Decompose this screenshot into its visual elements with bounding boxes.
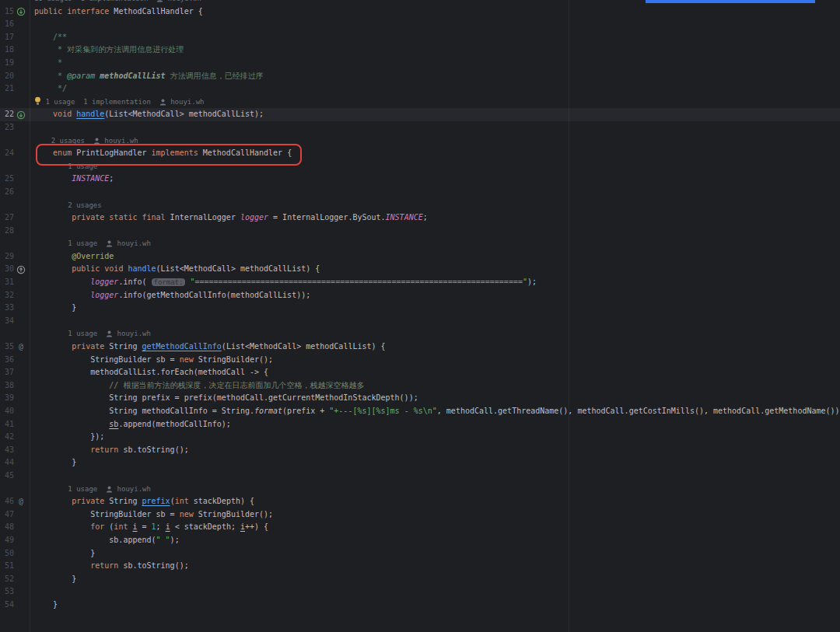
line-number[interactable]: 21 [0,82,14,96]
line-number[interactable]: 22 [0,108,14,121]
code-line[interactable]: logger.info( format: "==================… [30,276,840,289]
code-line[interactable]: * 对采集到的方法调用信息进行处理 [30,44,840,57]
code-line[interactable]: } [30,547,840,560]
code-line[interactable]: /** [30,31,840,44]
intention-bulb-icon[interactable] [34,96,41,106]
code-line[interactable]: String prefix = prefix(methodCall.getCur… [30,392,840,405]
author-icon[interactable] [106,240,113,247]
hint-content[interactable]: 1 usage houyi.wh [30,237,840,250]
hint-content[interactable]: 1 usage 1 implementation houyi.wh [30,96,840,109]
code-line[interactable]: private String getMethodCallInfo(List<Me… [30,340,840,354]
code-line[interactable]: * [30,57,840,70]
code-line[interactable]: for (int i = 1; i < stackDepth; i++) { [30,521,840,534]
hint-content[interactable]: 1 usage houyi.wh [30,483,840,496]
code-line[interactable]: private static final InternalLogger logg… [30,211,840,225]
line-number[interactable]: 40 [0,405,14,418]
usages-hint[interactable]: houyi.wh [166,98,205,106]
code-line[interactable]: } [30,456,840,470]
line-number[interactable]: 23 [0,121,14,134]
hint-content[interactable]: 2 usages [30,199,840,212]
code-line[interactable]: StringBuilder sb = new StringBuilder(); [30,508,840,522]
hint-content[interactable]: 1 usage houyi.wh [30,327,840,340]
author-icon[interactable] [93,138,100,145]
code-line[interactable]: logger.info(getMethodCallInfo(methodCall… [30,289,840,302]
author-icon[interactable] [159,99,166,106]
code-line[interactable]: return sb.toString(); [30,444,840,457]
usages-hint[interactable]: 1 usage [68,162,97,170]
code-line[interactable]: sb.append(methodCallInfo); [30,418,840,431]
usages-hint[interactable]: houyi.wh [113,330,151,337]
line-number[interactable]: 51 [0,560,14,573]
code-line[interactable]: public void handle(List<MethodCall> meth… [30,263,840,276]
code-line[interactable]: */ [30,82,840,96]
annotation-marker-icon[interactable]: @ [14,495,28,508]
override-marker-icon[interactable] [14,263,28,276]
author-icon[interactable] [106,486,113,493]
usages-hint[interactable]: 2 usages [68,201,101,209]
line-number[interactable]: 29 [0,250,14,264]
implementation-marker-icon[interactable] [14,108,28,121]
code-line[interactable]: private String prefix(int stackDepth) { [30,495,840,508]
hint-content[interactable]: 2 usages houyi.wh [30,134,840,148]
usages-hint[interactable]: 1 usage 1 implementation [41,98,159,106]
usages-hint[interactable]: 1 usage [68,485,106,493]
line-number[interactable]: 50 [0,547,14,560]
line-number[interactable]: 37 [0,366,14,379]
usages-hint[interactable]: 1 usage [68,330,106,337]
code-line[interactable]: String methodCallInfo = String.format(pr… [30,405,840,418]
line-number[interactable]: 35 [0,340,14,354]
line-number[interactable]: 52 [0,573,14,586]
code-line[interactable]: void handle(List<MethodCall> methodCallL… [30,108,840,121]
hint-content[interactable]: 1 usage [30,160,840,173]
author-icon[interactable] [106,330,113,337]
implementation-marker-icon[interactable] [14,5,28,19]
line-number[interactable]: 46 [0,495,14,508]
line-number[interactable]: 39 [0,392,14,405]
line-number[interactable]: 18 [0,44,14,57]
line-number[interactable]: 20 [0,70,14,83]
code-line[interactable]: StringBuilder sb = new StringBuilder(); [30,354,840,367]
line-number[interactable]: 44 [0,456,14,470]
code-line[interactable]: @Override [30,250,840,264]
usages-hint[interactable]: 1 usage [68,239,106,247]
usages-hint[interactable]: houyi.wh [113,485,151,493]
usages-hint[interactable]: houyi.wh [163,0,201,2]
code-line[interactable]: methodCallList.forEach(methodCall -> { [30,366,840,379]
code-line[interactable]: sb.append(" "); [30,534,840,547]
line-number[interactable]: 34 [0,315,14,328]
code-line[interactable]: // 根据当前方法的栈深度，决定在日志前面加几个空格，栈越深空格越多 [30,379,840,393]
code-line[interactable]: } [30,599,840,612]
line-number[interactable]: 15 [0,5,14,19]
line-number[interactable]: 31 [0,276,14,289]
line-number[interactable]: 36 [0,354,14,367]
line-number[interactable]: 28 [0,225,14,238]
code-line[interactable]: } [30,573,840,586]
line-number[interactable]: 17 [0,31,14,44]
author-icon[interactable] [156,0,163,2]
usages-hint[interactable] [34,330,68,337]
usages-hint[interactable]: houyi.wh [100,137,138,145]
line-number[interactable]: 25 [0,173,14,186]
usages-hint[interactable] [34,201,68,209]
usages-hint[interactable] [34,485,68,493]
usages-hint[interactable]: houyi.wh [113,239,151,247]
line-number[interactable]: 53 [0,585,14,599]
line-number[interactable]: 27 [0,211,14,225]
line-number[interactable]: 42 [0,431,14,444]
usages-hint[interactable]: 10 usages 1 implementation [34,0,156,2]
line-number[interactable]: 30 [0,263,14,276]
usages-hint[interactable]: 2 usages [51,137,93,145]
line-number[interactable]: 33 [0,302,14,315]
line-number[interactable]: 54 [0,599,14,612]
code-line[interactable]: public interface MethodCallHandler { [30,5,840,19]
code-line[interactable]: } [30,302,840,315]
usages-hint[interactable] [34,137,51,145]
line-number[interactable]: 32 [0,289,14,302]
annotation-marker-icon[interactable]: @ [14,340,28,354]
usages-hint[interactable] [34,162,68,170]
line-number[interactable]: 48 [0,521,14,534]
line-number[interactable]: 16 [0,18,14,31]
line-number[interactable]: 49 [0,534,14,547]
code-line[interactable]: INSTANCE; [30,173,840,186]
line-number[interactable]: 19 [0,57,14,70]
